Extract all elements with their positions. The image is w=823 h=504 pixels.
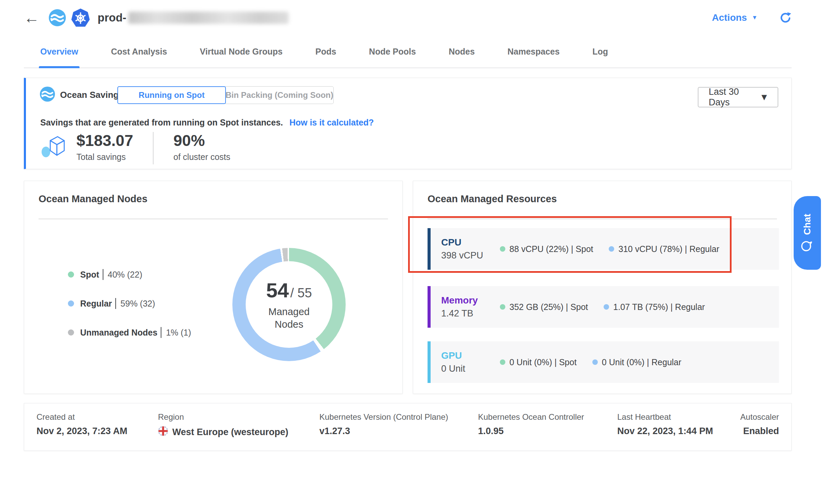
tab-log[interactable]: Log	[592, 35, 608, 68]
card-divider	[428, 219, 777, 219]
period-value: Last 30 Days	[709, 87, 760, 108]
tab-pods[interactable]: Pods	[315, 35, 336, 68]
legend-label: Unmanaged Nodes	[80, 328, 157, 338]
tab-cost-analysis[interactable]: Cost Analysis	[111, 35, 167, 68]
tab-node-pools[interactable]: Node Pools	[369, 35, 416, 68]
total-savings-metric: $183.07 Total savings	[76, 132, 133, 162]
savings-label: Ocean Savings:	[60, 90, 127, 100]
bin-packing-button[interactable]: Bin Packing (Coming Soon)	[225, 86, 334, 104]
regular-dot-icon	[604, 304, 609, 310]
info-value: v1.27.3	[319, 426, 448, 436]
chat-button[interactable]: Chat	[794, 196, 821, 270]
tab-namespaces[interactable]: Namespaces	[507, 35, 560, 68]
legend-item-regular: Regular 59% (32)	[68, 298, 191, 309]
spot-dot-icon	[500, 246, 505, 252]
uk-flag-icon	[158, 426, 168, 439]
managed-resources-title: Ocean Managed Resources	[428, 193, 557, 205]
savings-toggle-group: Running on Spot Bin Packing (Coming Soon…	[117, 86, 334, 104]
memory-accent-bar	[428, 286, 431, 328]
cluster-info-bar: Created at Nov 2, 2023, 7:23 AM Region	[24, 403, 792, 451]
actions-label: Actions	[712, 12, 747, 23]
legend-separator	[103, 269, 103, 280]
period-dropdown[interactable]: Last 30 Days ▼	[698, 87, 778, 107]
info-label: Kubernetes Ocean Controller	[478, 412, 584, 422]
back-arrow-icon[interactable]: ←	[24, 10, 40, 26]
tab-virtual-node-groups[interactable]: Virtual Node Groups	[200, 35, 283, 68]
savings-metrics-row: $183.07 Total savings 90% of cluster cos…	[40, 132, 230, 164]
resource-stats: 88 vCPU (22%) | Spot 310 vCPU (78%) | Re…	[500, 244, 719, 254]
resource-name: GPU	[441, 350, 500, 361]
last-heartbeat-column: Last Heartbeat Nov 22, 2023, 1:44 PM	[617, 412, 713, 436]
regular-dot-icon	[68, 300, 74, 307]
managed-nodes-title: Ocean Managed Nodes	[39, 193, 147, 205]
ocean-logo-icon	[48, 9, 66, 27]
tab-overview[interactable]: Overview	[40, 35, 78, 68]
total-savings-label: Total savings	[76, 152, 133, 162]
info-label: Created at	[37, 412, 127, 422]
chevron-down-icon: ▼	[760, 92, 769, 103]
resource-total: 0 Unit	[441, 364, 500, 374]
autoscaler-status: Enabled	[740, 426, 779, 436]
legend-separator	[161, 327, 161, 338]
cluster-name-redacted	[128, 12, 289, 24]
cpu-accent-bar	[428, 228, 431, 270]
total-savings-value: $183.07	[76, 132, 133, 149]
ocean-managed-nodes-card: Ocean Managed Nodes Spot 40% (22) Regula…	[24, 181, 403, 394]
regular-stat: 310 vCPU (78%) | Regular	[609, 244, 719, 254]
header-actions: Actions ▼	[712, 12, 792, 24]
regular-stat-text: 0 Unit (0%) | Regular	[602, 357, 681, 367]
regular-stat-text: 1.07 TB (75%) | Regular	[613, 302, 705, 312]
actions-button[interactable]: Actions ▼	[712, 12, 757, 23]
unmanaged-dot-icon	[68, 329, 74, 336]
resource-row-gpu: GPU 0 Unit 0 Unit (0%) | Spot 0 Unit (0%…	[428, 341, 779, 383]
chat-label: Chat	[802, 214, 813, 235]
resource-stats: 0 Unit (0%) | Spot 0 Unit (0%) | Regular	[500, 357, 681, 367]
resource-total: 1.42 TB	[441, 308, 500, 319]
spot-dot-icon	[500, 359, 505, 365]
regular-stat-text: 310 vCPU (78%) | Regular	[618, 244, 719, 254]
cluster-cost-metric: 90% of cluster costs	[173, 132, 230, 162]
running-on-spot-button[interactable]: Running on Spot	[117, 86, 226, 104]
spot-stat: 352 GB (25%) | Spot	[500, 302, 588, 312]
savings-cube-icon	[40, 133, 67, 161]
cluster-cost-percent: 90%	[173, 132, 230, 149]
tab-nodes[interactable]: Nodes	[449, 35, 475, 68]
legend-label: Spot	[80, 270, 99, 280]
regular-dot-icon	[609, 246, 614, 252]
resource-name: CPU	[441, 237, 500, 248]
ocean-savings-banner: Ocean Savings: Running on Spot Bin Packi…	[24, 78, 792, 169]
legend-item-unmanaged: Unmanaged Nodes 1% (1)	[68, 327, 191, 338]
resource-row-memory: Memory 1.42 TB 352 GB (25%) | Spot 1.07 …	[428, 286, 779, 328]
spot-stat-text: 0 Unit (0%) | Spot	[509, 357, 577, 367]
page-title: prod-	[98, 11, 289, 24]
legend-value: 40% (22)	[108, 270, 142, 280]
info-value: West Europe (westeurope)	[158, 426, 288, 439]
info-label: Region	[158, 412, 288, 422]
refresh-icon[interactable]	[779, 12, 792, 24]
cluster-name-prefix: prod-	[98, 11, 126, 24]
regular-stat: 1.07 TB (75%) | Regular	[604, 302, 705, 312]
k8s-version-column: Kubernetes Version (Control Plane) v1.27…	[319, 412, 448, 436]
total-count: / 55	[290, 286, 312, 300]
managed-nodes-donut-chart: 54 / 55 Managed Nodes	[232, 248, 346, 361]
autoscaler-column: Autoscaler Enabled	[740, 412, 779, 436]
legend-item-spot: Spot 40% (22)	[68, 269, 191, 280]
kubernetes-logo-icon	[71, 8, 90, 27]
info-value: Nov 22, 2023, 1:44 PM	[617, 426, 713, 436]
spot-dot-icon	[68, 271, 74, 278]
legend-separator	[115, 298, 116, 309]
region-value: West Europe (westeurope)	[172, 427, 288, 438]
resource-stats: 352 GB (25%) | Spot 1.07 TB (75%) | Regu…	[500, 302, 705, 312]
ocean-managed-resources-card: Ocean Managed Resources CPU 398 vCPU 88 …	[413, 181, 792, 394]
savings-header-row: Ocean Savings:	[40, 86, 127, 103]
gpu-accent-bar	[428, 341, 431, 383]
header: ← prod-	[24, 0, 792, 35]
legend-value: 59% (32)	[120, 299, 155, 309]
resource-name: Memory	[441, 295, 500, 306]
spot-stat: 0 Unit (0%) | Spot	[500, 357, 577, 367]
spot-stat-text: 352 GB (25%) | Spot	[509, 302, 588, 312]
managed-count: 54	[266, 279, 289, 302]
how-calculated-link[interactable]: How is it calculated?	[289, 118, 374, 127]
spot-stat: 88 vCPU (22%) | Spot	[500, 244, 593, 254]
tab-bar: Overview Cost Analysis Virtual Node Grou…	[24, 35, 792, 68]
